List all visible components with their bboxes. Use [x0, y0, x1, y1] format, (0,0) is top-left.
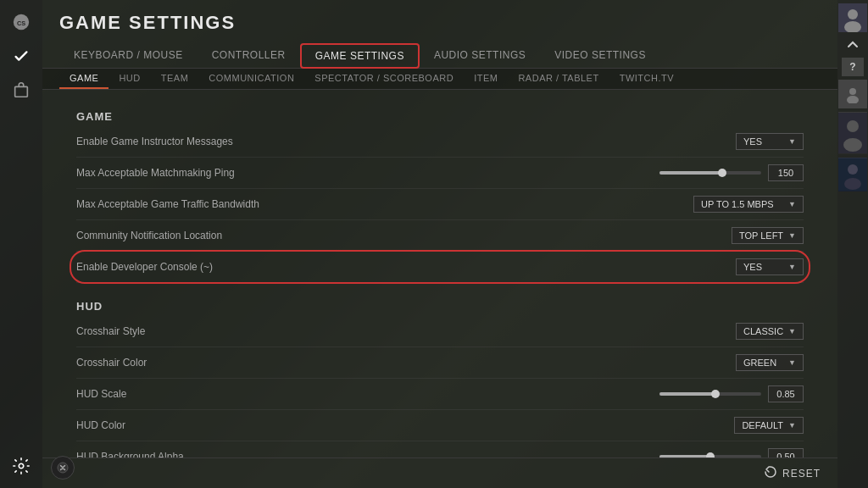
subtab-game[interactable]: Game	[59, 69, 108, 89]
header: GAME SETTINGS Keyboard / Mouse Controlle…	[42, 0, 837, 69]
hud-scale-value: 0.85	[768, 385, 804, 402]
bandwidth-dropdown[interactable]: UP TO 1.5 MBPS ▼	[693, 196, 804, 213]
subtab-item[interactable]: Item	[464, 69, 508, 89]
dropdown-arrow-cs: ▼	[788, 327, 796, 336]
notification-location-control: TOP LEFT ▼	[651, 227, 804, 244]
hud-scale-label: HUD Scale	[76, 388, 651, 400]
main-panel: GAME SETTINGS Keyboard / Mouse Controlle…	[42, 0, 837, 488]
subtab-twitch[interactable]: Twitch.tv	[609, 69, 684, 89]
settings-icon[interactable]	[6, 451, 36, 481]
dropdown-arrow-4: ▼	[788, 263, 796, 271]
tab-video[interactable]: Video Settings	[540, 43, 660, 69]
tab-game-settings[interactable]: Game Settings	[300, 43, 420, 69]
close-button[interactable]	[51, 456, 75, 480]
reset-icon	[764, 465, 777, 481]
tab-keyboard[interactable]: Keyboard / Mouse	[59, 43, 198, 69]
hud-scale-control: 0.85	[651, 385, 804, 402]
developer-console-control: YES ▼	[651, 258, 804, 275]
right-sidebar: ?	[837, 0, 868, 488]
footer: RESET	[42, 458, 837, 488]
max-ping-control: 150	[651, 164, 804, 181]
svg-rect-2	[15, 86, 28, 97]
svg-point-10	[847, 120, 859, 132]
game-instructor-control: YES ▼	[651, 133, 804, 150]
main-tabs: Keyboard / Mouse Controller Game Setting…	[59, 42, 821, 68]
setting-hud-color: HUD Color DEFAULT ▼	[76, 410, 804, 441]
dropdown-arrow-0: ▼	[788, 137, 796, 146]
svg-point-11	[843, 138, 862, 152]
svg-point-8	[847, 96, 859, 103]
game-instructor-label: Enable Game Instructor Messages	[76, 136, 651, 147]
max-ping-label: Max Acceptable Matchmaking Ping	[76, 167, 651, 179]
tab-audio[interactable]: Audio Settings	[420, 43, 540, 69]
max-ping-slider-container: 150	[659, 164, 804, 181]
hud-bg-alpha-control: 0.50	[651, 448, 804, 458]
notification-location-dropdown[interactable]: TOP LEFT ▼	[732, 227, 804, 244]
profile-icon[interactable]	[838, 80, 867, 108]
hud-scale-slider-thumb[interactable]	[711, 390, 720, 398]
setting-game-instructor: Enable Game Instructor Messages YES ▼	[76, 126, 804, 158]
logo-icon[interactable]: CS	[6, 7, 36, 37]
notification-location-label: Community Notification Location	[76, 230, 651, 241]
subtab-radar[interactable]: Radar / Tablet	[508, 69, 609, 89]
crosshair-color-label: Crosshair Color	[76, 357, 651, 369]
setting-developer-console: Enable Developer Console (~) YES ▼	[76, 252, 804, 283]
hud-bg-alpha-slider-track[interactable]	[659, 455, 761, 458]
tab-controller[interactable]: Controller	[198, 43, 300, 69]
max-ping-slider-thumb[interactable]	[718, 169, 726, 177]
hud-scale-slider-fill	[659, 392, 715, 396]
svg-point-7	[849, 88, 856, 95]
subtab-spectator[interactable]: Spectator / Scoreboard	[304, 69, 464, 89]
developer-console-dropdown[interactable]: YES ▼	[736, 258, 804, 275]
subtab-hud[interactable]: Hud	[108, 69, 150, 89]
crosshair-style-control: CLASSIC ▼	[651, 323, 804, 340]
left-sidebar: CS	[0, 0, 42, 488]
setting-crosshair-color: Crosshair Color GREEN ▼	[76, 347, 804, 379]
svg-point-3	[19, 463, 24, 469]
dropdown-arrow-3: ▼	[788, 231, 796, 240]
hud-bg-alpha-slider-thumb[interactable]	[706, 452, 715, 458]
svg-point-13	[848, 164, 858, 175]
setting-notification-location: Community Notification Location TOP LEFT…	[76, 220, 804, 252]
dropdown-arrow-cc: ▼	[788, 358, 796, 367]
chevron-up-icon[interactable]	[841, 36, 865, 54]
settings-content: Game Enable Game Instructor Messages YES…	[42, 90, 837, 458]
max-ping-value: 150	[768, 164, 804, 181]
subtab-team[interactable]: Team	[151, 69, 199, 89]
setting-bandwidth: Max Acceptable Game Traffic Bandwidth UP…	[76, 189, 804, 220]
crosshair-color-dropdown[interactable]: GREEN ▼	[736, 354, 804, 371]
hud-bg-alpha-label: HUD Background Alpha	[76, 451, 651, 458]
hud-bg-alpha-slider-fill	[659, 455, 710, 458]
reset-button[interactable]: RESET	[764, 465, 821, 481]
setting-hud-scale: HUD Scale 0.85	[76, 379, 804, 410]
game-instructor-dropdown[interactable]: YES ▼	[736, 133, 804, 150]
bandwidth-control: UP TO 1.5 MBPS ▼	[651, 196, 804, 213]
svg-point-14	[844, 178, 861, 190]
top-avatar	[838, 3, 867, 32]
game-section-header: Game	[76, 110, 804, 123]
dropdown-arrow-hc: ▼	[788, 421, 796, 430]
svg-text:CS: CS	[17, 19, 25, 27]
help-icon[interactable]: ?	[842, 58, 864, 76]
avatar-2	[838, 112, 867, 154]
crosshair-style-label: Crosshair Style	[76, 325, 651, 337]
crosshair-style-dropdown[interactable]: CLASSIC ▼	[736, 323, 804, 340]
svg-point-5	[848, 9, 858, 19]
bandwidth-label: Max Acceptable Game Traffic Bandwidth	[76, 198, 651, 210]
subtab-communication[interactable]: Communication	[198, 69, 304, 89]
max-ping-slider-track[interactable]	[659, 171, 761, 175]
hud-bg-alpha-slider-container: 0.50	[659, 448, 804, 458]
max-ping-slider-fill	[659, 171, 722, 175]
page-title: GAME SETTINGS	[59, 12, 821, 34]
setting-crosshair-style: Crosshair Style CLASSIC ▼	[76, 316, 804, 347]
setting-max-ping: Max Acceptable Matchmaking Ping 150	[76, 158, 804, 189]
crosshair-color-control: GREEN ▼	[651, 354, 804, 371]
avatar-3	[838, 158, 867, 191]
hud-scale-slider-container: 0.85	[659, 385, 804, 402]
hud-bg-alpha-value: 0.50	[768, 448, 804, 458]
hud-color-dropdown[interactable]: DEFAULT ▼	[734, 417, 804, 434]
hud-scale-slider-track[interactable]	[659, 392, 761, 396]
reset-label: RESET	[782, 468, 821, 480]
checkmark-icon[interactable]	[6, 41, 36, 71]
store-icon[interactable]	[6, 75, 36, 105]
